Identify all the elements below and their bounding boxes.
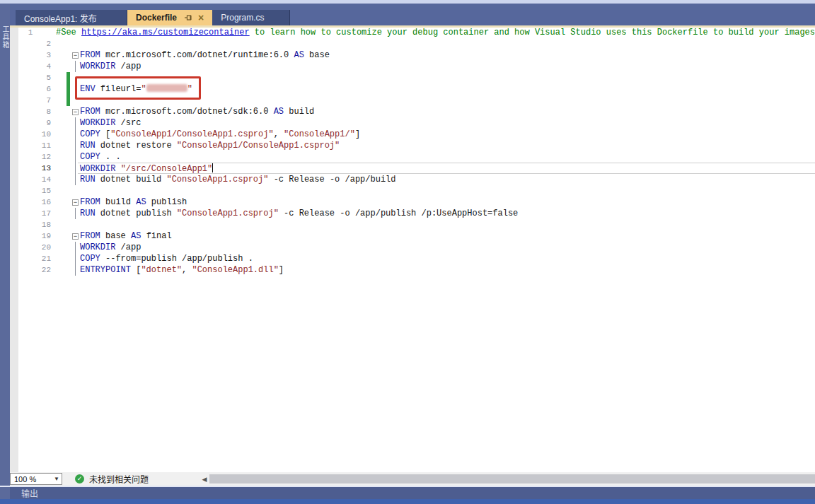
line-number: 19	[10, 232, 51, 240]
line-number: 12	[10, 153, 51, 161]
tab-label: ConsoleApp1: 发布	[24, 12, 97, 24]
horizontal-scrollbar[interactable]: ◀	[200, 474, 815, 484]
fold-guide-line	[75, 253, 76, 264]
line-number: 17	[10, 209, 51, 218]
line-number: 4	[10, 62, 51, 71]
fold-margin	[71, 151, 80, 163]
code-line-11[interactable]: 11RUN dotnet restore "ConsoleApp1/Consol…	[10, 140, 815, 151]
fold-margin	[71, 264, 80, 276]
line-number: 13	[10, 164, 51, 172]
code-text: COPY --from=publish /app/publish .	[80, 254, 253, 264]
fold-guide-line	[75, 264, 76, 276]
code-line-3[interactable]: 3−FROM mcr.microsoft.com/dotnet/runtime:…	[10, 49, 815, 61]
code-text: #See https://aka.ms/customizecontainer t…	[56, 28, 815, 37]
code-line-19[interactable]: 19−FROM base AS final	[10, 230, 815, 242]
code-text: RUN dotnet build "ConsoleApp1.csproj" -c…	[80, 175, 396, 184]
code-line-1[interactable]: 1#See https://aka.ms/customizecontainer …	[10, 28, 815, 38]
code-line-22[interactable]: 22ENTRYPOINT ["dotnet", "ConsoleApp1.dll…	[10, 264, 815, 276]
scroll-left-arrow-icon[interactable]: ◀	[200, 476, 209, 483]
output-panel-header[interactable]: 输出	[10, 487, 815, 499]
code-line-12[interactable]: 12COPY . .	[10, 151, 815, 163]
code-text: WORKDIR /app	[80, 61, 141, 71]
document-tab-bar: ConsoleApp1: 发布Dockerfile×Program.cs	[10, 4, 815, 25]
fold-margin	[71, 140, 80, 151]
line-number: 2	[10, 40, 51, 48]
code-text: ENTRYPOINT ["dotnet", "ConsoleApp1.dll"]	[80, 265, 284, 275]
code-line-4[interactable]: 4WORKDIR /app	[10, 61, 815, 72]
code-line-2[interactable]: 2	[10, 38, 815, 49]
line-number: 7	[10, 96, 51, 105]
fold-collapse-icon[interactable]: −	[72, 52, 79, 59]
fold-guide-line	[75, 129, 76, 140]
code-editor[interactable]: 1#See https://aka.ms/customizecontainer …	[10, 28, 815, 472]
code-text: RUN dotnet restore "ConsoleApp1/ConsoleA…	[80, 141, 340, 151]
code-text: FROM mcr.microsoft.com/dotnet/runtime:6.…	[80, 50, 330, 60]
fold-collapse-icon[interactable]: −	[72, 199, 79, 206]
fold-margin	[51, 28, 56, 38]
fold-guide-line	[75, 163, 76, 174]
code-line-15[interactable]: 15	[10, 185, 815, 197]
line-number: 14	[10, 175, 51, 184]
fold-guide-line	[75, 208, 76, 219]
tab-dockerfile[interactable]: Dockerfile×	[127, 10, 212, 25]
fold-collapse-icon[interactable]: −	[72, 109, 79, 115]
code-text: FROM mcr.microsoft.com/dotnet/sdk:6.0 AS…	[80, 107, 314, 117]
check-circle-icon: ✓	[75, 474, 84, 484]
code-line-10[interactable]: 10COPY ["ConsoleApp1/ConsoleApp1.csproj"…	[10, 129, 815, 140]
tab-label: Program.cs	[221, 13, 264, 23]
bottom-window-strip	[0, 499, 815, 504]
fold-collapse-icon[interactable]: −	[72, 233, 79, 240]
fold-margin	[71, 117, 80, 129]
tab-program-cs[interactable]: Program.cs	[212, 10, 290, 25]
zoom-level-dropdown[interactable]: 100 % ▼	[10, 473, 62, 485]
code-text: COPY ["ConsoleApp1/ConsoleApp1.csproj", …	[80, 129, 360, 139]
line-number: 5	[10, 74, 51, 82]
code-line-20[interactable]: 20WORKDIR /app	[10, 242, 815, 253]
toolbox-collapsed-tab[interactable]: 工具箱	[0, 25, 10, 49]
chevron-down-icon[interactable]: ▼	[52, 476, 62, 482]
code-line-14[interactable]: 14RUN dotnet build "ConsoleApp1.csproj" …	[10, 174, 815, 185]
issues-status-text: 未找到相关问题	[89, 473, 149, 485]
fold-guide-line	[75, 140, 76, 151]
code-line-21[interactable]: 21COPY --from=publish /app/publish .	[10, 253, 815, 264]
line-number: 21	[10, 254, 51, 263]
tab-consoleapp1-[interactable]: ConsoleApp1: 发布	[16, 10, 127, 25]
fold-margin	[71, 174, 80, 185]
code-line-16[interactable]: 16−FROM build AS publish	[10, 197, 815, 208]
fold-margin	[71, 219, 80, 230]
line-number: 16	[10, 198, 51, 206]
line-number: 9	[10, 119, 51, 127]
line-number: 22	[10, 266, 51, 274]
editor-status-bar: 100 % ▼ ✓ 未找到相关问题 ◀	[10, 472, 815, 486]
fold-margin	[71, 61, 80, 72]
code-line-8[interactable]: 8−FROM mcr.microsoft.com/dotnet/sdk:6.0 …	[10, 106, 815, 117]
line-number: 8	[10, 107, 51, 116]
line-number: 10	[10, 130, 51, 139]
line-number: 11	[10, 141, 51, 150]
code-line-9[interactable]: 9WORKDIR /src	[10, 117, 815, 129]
visual-studio-window: ConsoleApp1: 发布Dockerfile×Program.cs 工具箱…	[0, 0, 815, 504]
line-number: 18	[10, 221, 51, 229]
code-text: FROM build AS publish	[80, 197, 187, 207]
output-panel-title: 输出	[21, 487, 38, 499]
code-text: WORKDIR /app	[80, 242, 141, 252]
fold-margin	[71, 129, 80, 140]
fold-guide-line	[75, 242, 76, 253]
code-text: WORKDIR /src	[80, 118, 141, 128]
fold-margin: −	[71, 106, 80, 117]
code-text: RUN dotnet publish "ConsoleApp1.csproj" …	[80, 209, 518, 218]
code-line-18[interactable]: 18	[10, 219, 815, 230]
fold-margin	[71, 208, 80, 219]
zoom-level-value: 100 %	[11, 475, 52, 484]
code-line-17[interactable]: 17RUN dotnet publish "ConsoleApp1.csproj…	[10, 208, 815, 219]
change-tracking-bar	[67, 72, 70, 106]
line-number: 15	[10, 187, 51, 195]
line-number: 3	[10, 51, 51, 59]
annotation-red-box	[75, 76, 201, 100]
pin-icon[interactable]	[184, 13, 192, 22]
fold-margin	[71, 38, 80, 49]
fold-guide-line	[75, 174, 76, 185]
scrollbar-thumb[interactable]	[209, 474, 815, 484]
close-icon[interactable]: ×	[198, 13, 204, 23]
fold-guide-line	[75, 61, 76, 72]
